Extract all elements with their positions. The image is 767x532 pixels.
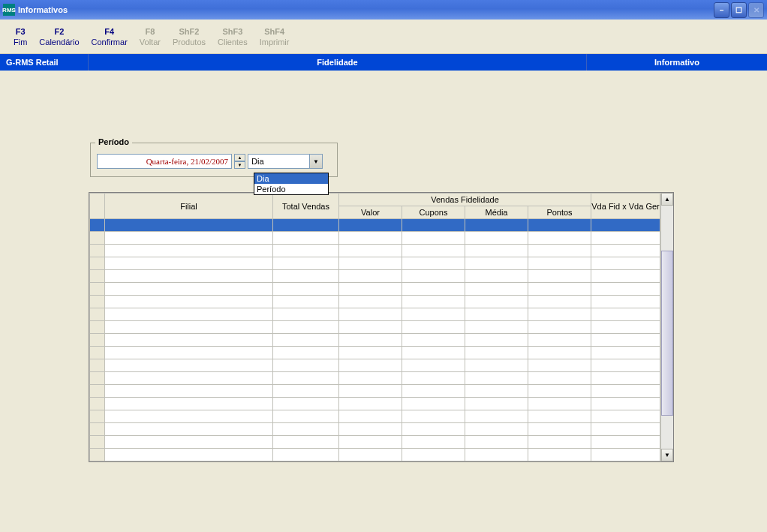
cell[interactable]	[105, 219, 273, 232]
cell[interactable]	[591, 245, 660, 257]
toolbar-confirmar[interactable]: F4Confirmar	[86, 24, 134, 50]
cell[interactable]	[465, 308, 528, 321]
toolbar-calendário[interactable]: F2Calendário	[33, 24, 85, 50]
cell[interactable]	[528, 449, 591, 461]
cell[interactable]	[273, 449, 339, 461]
cell[interactable]	[273, 219, 339, 232]
col-media[interactable]: Média	[465, 206, 528, 219]
cell[interactable]	[591, 283, 660, 296]
cell[interactable]	[591, 347, 660, 359]
cell[interactable]	[402, 296, 465, 308]
cell[interactable]	[465, 423, 528, 436]
cell[interactable]	[591, 232, 660, 245]
row-header[interactable]	[90, 385, 105, 398]
cell[interactable]	[402, 245, 465, 257]
row-header[interactable]	[90, 436, 105, 449]
cell[interactable]	[402, 449, 465, 461]
cell[interactable]	[402, 257, 465, 270]
row-header[interactable]	[90, 257, 105, 270]
cell[interactable]	[273, 270, 339, 283]
table-row[interactable]	[90, 372, 660, 385]
cell[interactable]	[528, 296, 591, 308]
cell[interactable]	[465, 257, 528, 270]
cell[interactable]	[591, 296, 660, 308]
cell[interactable]	[339, 359, 402, 372]
cell[interactable]	[465, 436, 528, 449]
row-header[interactable]	[90, 423, 105, 436]
cell[interactable]	[273, 257, 339, 270]
cell[interactable]	[591, 449, 660, 461]
scrollbar-thumb[interactable]	[661, 251, 673, 416]
table-row[interactable]	[90, 385, 660, 398]
cell[interactable]	[402, 334, 465, 347]
table-row[interactable]	[90, 283, 660, 296]
cell[interactable]	[339, 423, 402, 436]
row-header[interactable]	[90, 334, 105, 347]
table-row[interactable]	[90, 270, 660, 283]
spinner-down-icon[interactable]: ▼	[234, 161, 245, 169]
cell[interactable]	[339, 283, 402, 296]
cell[interactable]	[105, 308, 273, 321]
cell[interactable]	[273, 359, 339, 372]
scroll-up-icon[interactable]: ▲	[661, 193, 673, 206]
table-row[interactable]	[90, 398, 660, 410]
chevron-down-icon[interactable]: ▼	[309, 155, 322, 168]
cell[interactable]	[339, 347, 402, 359]
minimize-button[interactable]: –	[714, 2, 729, 18]
row-header[interactable]	[90, 372, 105, 385]
cell[interactable]	[591, 423, 660, 436]
cell[interactable]	[339, 449, 402, 461]
cell[interactable]	[528, 308, 591, 321]
cell[interactable]	[591, 321, 660, 334]
cell[interactable]	[105, 372, 273, 385]
cell[interactable]	[465, 321, 528, 334]
cell[interactable]	[105, 359, 273, 372]
cell[interactable]	[339, 219, 402, 232]
spinner-up-icon[interactable]: ▲	[234, 154, 245, 161]
cell[interactable]	[402, 219, 465, 232]
cell[interactable]	[339, 321, 402, 334]
table-row[interactable]	[90, 321, 660, 334]
cell[interactable]	[339, 257, 402, 270]
cell[interactable]	[105, 270, 273, 283]
cell[interactable]	[273, 296, 339, 308]
cell[interactable]	[528, 321, 591, 334]
cell[interactable]	[273, 423, 339, 436]
cell[interactable]	[465, 347, 528, 359]
cell[interactable]	[591, 398, 660, 410]
cell[interactable]	[528, 347, 591, 359]
cell[interactable]	[105, 423, 273, 436]
cell[interactable]	[339, 232, 402, 245]
row-header[interactable]	[90, 308, 105, 321]
cell[interactable]	[465, 410, 528, 423]
cell[interactable]	[339, 245, 402, 257]
toolbar-fim[interactable]: F3Fim	[8, 24, 33, 50]
cell[interactable]	[273, 372, 339, 385]
cell[interactable]	[402, 398, 465, 410]
cell[interactable]	[591, 385, 660, 398]
table-row[interactable]	[90, 308, 660, 321]
cell[interactable]	[273, 410, 339, 423]
cell[interactable]	[402, 232, 465, 245]
cell[interactable]	[528, 436, 591, 449]
cell[interactable]	[339, 410, 402, 423]
cell[interactable]	[591, 436, 660, 449]
cell[interactable]	[273, 308, 339, 321]
cell[interactable]	[591, 257, 660, 270]
dropdown-option[interactable]: Dia	[254, 173, 328, 184]
cell[interactable]	[339, 270, 402, 283]
row-header[interactable]	[90, 232, 105, 245]
col-total-vendas[interactable]: Total Vendas	[273, 194, 339, 219]
cell[interactable]	[402, 347, 465, 359]
cell[interactable]	[273, 232, 339, 245]
cell[interactable]	[273, 347, 339, 359]
cell[interactable]	[402, 283, 465, 296]
cell[interactable]	[591, 334, 660, 347]
cell[interactable]	[465, 245, 528, 257]
cell[interactable]	[273, 321, 339, 334]
row-header[interactable]	[90, 398, 105, 410]
cell[interactable]	[591, 359, 660, 372]
date-input[interactable]	[97, 154, 232, 169]
cell[interactable]	[105, 232, 273, 245]
cell[interactable]	[402, 308, 465, 321]
